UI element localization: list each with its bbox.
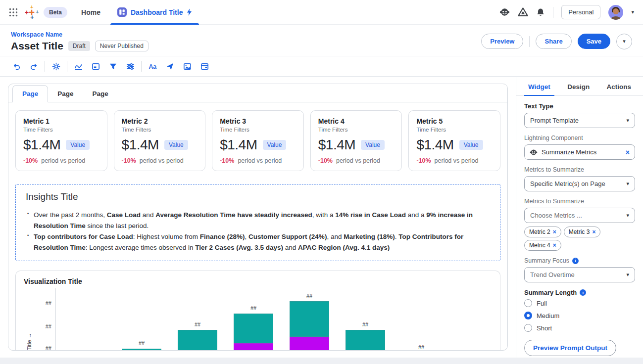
avatar[interactable] <box>608 5 623 20</box>
summary-focus-label-text: Summary Focus <box>524 257 569 264</box>
share-button[interactable]: Share <box>536 34 571 49</box>
metric-title: Metric 1 <box>23 117 99 125</box>
canvas-area: PagePagePage Metric 1Time Filters$1.4MVa… <box>0 77 516 358</box>
save-options-caret-button[interactable]: ▾ <box>616 34 632 49</box>
caret-down-icon: ▾ <box>626 117 629 124</box>
bar[interactable] <box>178 330 217 350</box>
metric-chip[interactable]: Metric 3× <box>564 227 601 237</box>
tableau-logo-icon[interactable]: + + + + + <box>25 4 41 20</box>
caret-down-icon: ▾ <box>626 272 629 278</box>
choose-metrics-select[interactable]: Choose Metrics ... ▾ <box>524 208 635 223</box>
metric-value-row: $1.4MValue <box>416 137 493 153</box>
bar-data-label: ## <box>290 293 329 299</box>
insight-bullet: Over the past 2 months, Case Load and Av… <box>26 210 490 231</box>
profile-caret-down-icon[interactable]: ▾ <box>631 9 634 15</box>
text-type-select[interactable]: Prompt Template ▾ <box>524 113 635 128</box>
metric-value-badge: Value <box>164 140 188 150</box>
beta-badge: Beta <box>44 7 67 18</box>
app-launcher-icon[interactable] <box>9 8 18 17</box>
nav-home-link[interactable]: Home <box>81 8 100 16</box>
text-type-label: Text Type <box>524 102 635 110</box>
summary-focus-select[interactable]: Trend Overtime ▾ <box>524 267 635 282</box>
insight-text-segment: Customer Support (24%) <box>248 233 327 240</box>
layout-icon[interactable] <box>198 60 211 73</box>
radio-button[interactable] <box>524 299 532 307</box>
panel-tab-actions[interactable]: Actions <box>605 77 632 95</box>
metric-value: $1.4M <box>23 137 60 153</box>
page-tab[interactable]: Page <box>48 86 83 102</box>
page-tab[interactable]: Page <box>12 85 48 102</box>
bar[interactable] <box>290 301 329 350</box>
bar[interactable] <box>122 349 161 350</box>
summary-length-option-full[interactable]: Full <box>524 299 635 307</box>
metrics-summarize-label-1: Metrics to Summarize <box>524 166 635 173</box>
insights-widget[interactable]: Insights Title Over the past 2 months, C… <box>15 184 500 261</box>
remove-component-icon[interactable]: × <box>626 148 630 156</box>
metric-card[interactable]: Metric 2Time Filters$1.4MValue-10%period… <box>114 110 206 171</box>
bar-segment-top <box>290 301 329 337</box>
metric-subtitle: Time Filters <box>318 127 395 133</box>
page-header: Workspace Name Asset Title Draft Never P… <box>0 25 643 56</box>
radio-label: Full <box>537 300 547 307</box>
trailhead-triangle-icon[interactable] <box>518 7 528 17</box>
preview-button[interactable]: Preview <box>481 34 523 49</box>
visualization-widget[interactable]: Visualization Title Axis Title → #######… <box>15 271 500 350</box>
lightning-component-value: Summarize Metrics <box>542 148 596 156</box>
text-icon[interactable]: Aa <box>146 60 159 73</box>
redo-icon[interactable] <box>27 60 40 73</box>
notification-bell-icon[interactable] <box>536 8 545 17</box>
line-chart-icon[interactable] <box>72 60 85 73</box>
panel-tab-design[interactable]: Design <box>566 77 591 95</box>
image-icon[interactable] <box>181 60 194 73</box>
radio-button[interactable] <box>524 312 532 319</box>
undo-icon[interactable] <box>10 60 23 73</box>
summary-length-option-short[interactable]: Short <box>524 324 635 332</box>
metric-chip-label: Metric 2 <box>529 228 550 235</box>
summary-length-option-medium[interactable]: Medium <box>524 312 635 319</box>
insight-text-segment: and <box>141 211 155 219</box>
info-icon[interactable]: i <box>572 258 579 264</box>
lightning-component-field[interactable]: Summarize Metrics × <box>524 144 635 160</box>
metric-card[interactable]: Metric 1Time Filters$1.4MValue-10%period… <box>15 110 107 171</box>
metric-chip[interactable]: Metric 4× <box>524 240 561 251</box>
y-axis-tick-label: ## <box>37 300 51 306</box>
metric-box-icon[interactable] <box>89 60 102 73</box>
remove-chip-icon[interactable]: × <box>553 228 556 235</box>
bar[interactable] <box>346 330 385 350</box>
metrics-scope-select[interactable]: Specific Metric(s) on Page ▾ <box>524 176 635 191</box>
controls-icon[interactable] <box>124 60 137 73</box>
settings-icon[interactable] <box>49 60 62 73</box>
radio-button[interactable] <box>524 324 532 332</box>
save-button[interactable]: Save <box>578 34 610 49</box>
metric-card[interactable]: Metric 3Time Filters$1.4MValue-10%period… <box>212 110 304 171</box>
remove-chip-icon[interactable]: × <box>592 228 595 235</box>
remove-chip-icon[interactable]: × <box>553 242 556 249</box>
radio-label: Short <box>537 324 552 332</box>
dashboard-canvas-card: PagePagePage Metric 1Time Filters$1.4MVa… <box>8 84 508 351</box>
workspace-link[interactable]: Workspace Name <box>11 31 148 38</box>
insights-title: Insights Title <box>26 191 490 202</box>
metric-card[interactable]: Metric 4Time Filters$1.4MValue-10%period… <box>310 110 402 171</box>
preview-prompt-output-button[interactable]: Preview Prompt Output <box>524 340 616 356</box>
dashboard-icon <box>117 7 127 17</box>
metric-delta: -10% <box>318 157 333 164</box>
metric-delta-row: -10%period vs period <box>416 157 493 164</box>
page-tab[interactable]: Page <box>83 86 118 102</box>
assistant-bot-icon[interactable] <box>499 7 510 17</box>
personal-button[interactable]: Personal <box>561 5 600 19</box>
panel-tab-widget[interactable]: Widget <box>527 77 551 95</box>
bar[interactable] <box>234 314 273 350</box>
metric-card[interactable]: Metric 5Time Filters$1.4MValue-10%period… <box>408 110 500 171</box>
navigate-icon[interactable] <box>163 60 176 73</box>
filter-icon[interactable] <box>106 60 119 73</box>
nav-tab-dashboard[interactable]: Dashboard Title <box>115 0 195 25</box>
metric-chip[interactable]: Metric 2× <box>524 227 561 237</box>
bar-data-label: ## <box>122 340 161 346</box>
metric-delta: -10% <box>23 157 38 164</box>
bar-segment-top <box>346 330 385 350</box>
bar-segment-bottom <box>290 337 329 350</box>
metric-chip-label: Metric 3 <box>569 228 590 235</box>
summary-focus-label: Summary Focus i <box>524 257 635 264</box>
info-icon[interactable]: i <box>580 289 586 296</box>
top-nav: + + + + + Beta Home Dashboard Title <box>0 0 643 25</box>
